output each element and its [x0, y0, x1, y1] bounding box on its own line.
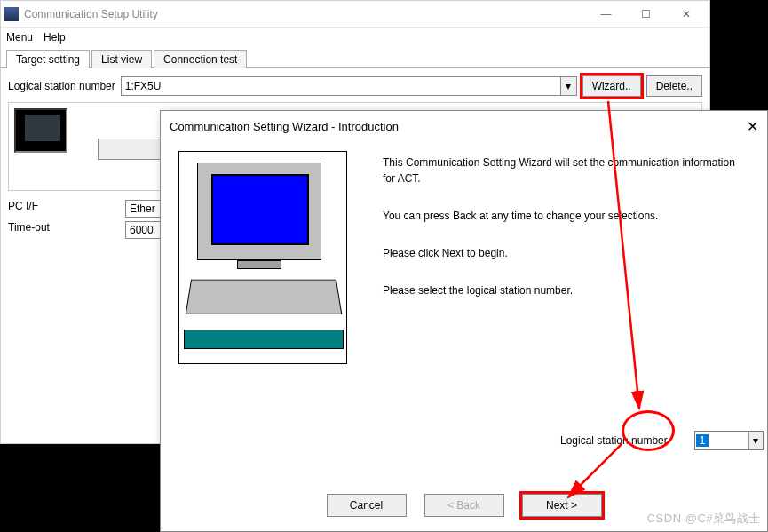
tab-target-setting[interactable]: Target setting	[6, 50, 90, 68]
wizard-close-button[interactable]: ✕	[747, 118, 758, 135]
wizard-p4: Please select the logical station number…	[383, 282, 749, 298]
wizard-dialog: Communication Setting Wizard - Introduct…	[160, 110, 768, 532]
chevron-down-icon[interactable]: ▾	[748, 432, 763, 449]
wizard-buttons: Cancel < Back Next >	[161, 494, 767, 517]
wizard-station-row: Logical station number 1 ▾	[560, 431, 764, 450]
pcif-label: PC I/F	[8, 200, 125, 218]
station-label: Logical station number	[8, 80, 115, 92]
tab-connection-test[interactable]: Connection test	[154, 50, 247, 68]
keyboard-icon	[186, 280, 343, 314]
timeout-label: Time-out	[8, 221, 125, 239]
titlebar: Communication Setup Utility — ☐ ✕	[1, 1, 709, 28]
wizard-p1: This Communication Setting Wizard will s…	[383, 155, 749, 187]
wizard-station-value: 1	[696, 434, 709, 447]
close-button[interactable]: ✕	[666, 1, 706, 27]
app-icon	[4, 7, 19, 21]
menubar: Menu Help	[1, 28, 709, 47]
tab-list-view[interactable]: List view	[91, 50, 152, 68]
arrow-icon	[184, 330, 344, 349]
station-combo-value: 1:FX5U	[125, 80, 162, 92]
station-row: Logical station number 1:FX5U ▾ Wizard..…	[8, 75, 702, 97]
stand-icon	[237, 260, 281, 269]
wizard-p2: You can press Back at any time to change…	[383, 208, 749, 224]
menu-item-menu[interactable]: Menu	[6, 31, 33, 44]
wizard-image	[178, 151, 347, 364]
back-button: < Back	[424, 494, 504, 517]
wizard-text: This Communication Setting Wizard will s…	[383, 151, 749, 364]
next-button[interactable]: Next >	[522, 494, 602, 517]
wizard-station-combo[interactable]: 1 ▾	[694, 431, 764, 450]
screen-icon	[211, 174, 309, 245]
cancel-button[interactable]: Cancel	[327, 494, 407, 517]
chevron-down-icon[interactable]: ▾	[560, 77, 576, 95]
wizard-title: Communication Setting Wizard - Introduct…	[170, 120, 747, 133]
delete-button[interactable]: Delete..	[646, 75, 702, 97]
wizard-station-label: Logical station number	[560, 434, 668, 447]
window-title: Communication Setup Utility	[24, 8, 586, 20]
computer-icon	[14, 108, 67, 153]
wizard-body: This Communication Setting Wizard will s…	[161, 142, 767, 364]
menu-item-help[interactable]: Help	[44, 31, 66, 44]
maximize-button[interactable]: ☐	[626, 1, 666, 27]
monitor-icon	[197, 163, 321, 260]
tabs: Target setting List view Connection test	[1, 47, 709, 68]
minimize-button[interactable]: —	[586, 1, 626, 27]
wizard-button[interactable]: Wizard..	[582, 75, 641, 97]
wizard-p3: Please click Next to begin.	[383, 245, 749, 261]
station-combo[interactable]: 1:FX5U ▾	[121, 76, 577, 96]
wizard-titlebar: Communication Setting Wizard - Introduct…	[161, 111, 767, 142]
